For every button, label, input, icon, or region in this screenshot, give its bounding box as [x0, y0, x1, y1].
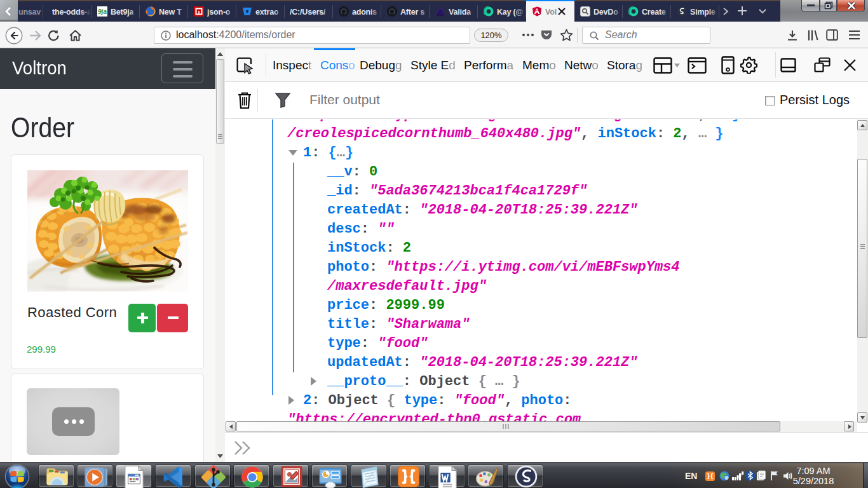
- svg-text:9ja: 9ja: [98, 8, 107, 15]
